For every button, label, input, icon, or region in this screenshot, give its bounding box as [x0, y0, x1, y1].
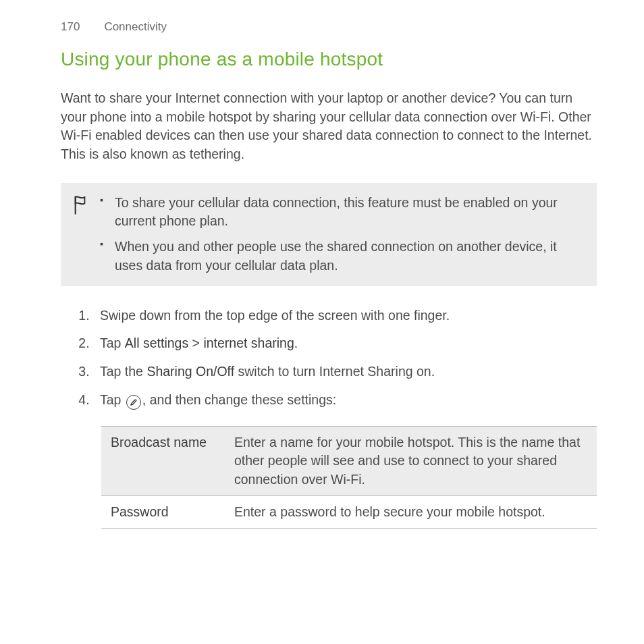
- page-number: 170: [61, 20, 80, 34]
- manual-page: 170 Connectivity Using your phone as a m…: [0, 0, 644, 569]
- setting-desc: Enter a password to help secure your mob…: [225, 495, 597, 528]
- keyword-internet-sharing: internet sharing: [203, 336, 294, 350]
- flag-icon: [73, 194, 97, 275]
- page-header: 170 Connectivity: [61, 20, 597, 34]
- step-2: Tap All settings > internet sharing.: [93, 334, 597, 353]
- step-4: Tap , and then change these settings:: [93, 391, 597, 410]
- section-name: Connectivity: [104, 20, 167, 34]
- keyword-all-settings: All settings: [125, 336, 188, 350]
- setting-desc: Enter a name for your mobile hotspot. Th…: [225, 427, 597, 496]
- page-title: Using your phone as a mobile hotspot: [61, 49, 597, 70]
- table-row: Broadcast name Enter a name for your mob…: [101, 427, 597, 496]
- note-item: To share your cellular data connection, …: [97, 194, 582, 231]
- edit-icon: [126, 395, 141, 410]
- steps-list: Swipe down from the top edge of the scre…: [61, 306, 597, 410]
- setting-label: Password: [101, 495, 225, 528]
- keyword-sharing-onoff: Sharing On/Off: [146, 364, 234, 379]
- setting-label: Broadcast name: [101, 427, 225, 496]
- settings-table: Broadcast name Enter a name for your mob…: [101, 426, 597, 529]
- note-item: When you and other people use the shared…: [97, 238, 582, 275]
- note-list: To share your cellular data connection, …: [97, 194, 582, 275]
- step-3: Tap the Sharing On/Off switch to turn In…: [93, 363, 597, 381]
- table-row: Password Enter a password to help secure…: [101, 495, 597, 528]
- step-1: Swipe down from the top edge of the scre…: [93, 306, 597, 325]
- intro-paragraph: Want to share your Internet connection w…: [61, 89, 597, 164]
- note-box: To share your cellular data connection, …: [61, 183, 597, 286]
